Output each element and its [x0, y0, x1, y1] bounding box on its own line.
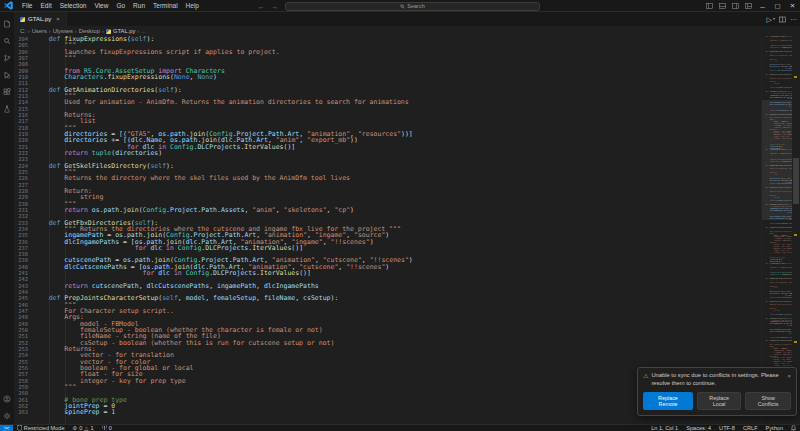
- title-bar: File Edit Selection View Go Run Terminal…: [0, 0, 800, 12]
- breadcrumb-users[interactable]: Users: [32, 28, 47, 34]
- minimap-slider[interactable]: [762, 100, 792, 220]
- menu-edit[interactable]: Edit: [36, 2, 55, 9]
- menu-go[interactable]: Go: [112, 2, 129, 9]
- notification-message: Unable to sync due to conflicts in setti…: [651, 372, 782, 388]
- ports-indicator[interactable]: 0: [98, 425, 116, 431]
- vscode-logo: [4, 1, 13, 10]
- testing-icon[interactable]: [0, 100, 14, 117]
- encoding[interactable]: UTF-8: [715, 425, 739, 431]
- status-bar: >< Restricted Mode ⊘ 0 △ 1 0 Ln 1, Col 1…: [0, 424, 800, 431]
- warnings-icon: △: [84, 425, 88, 431]
- explorer-icon[interactable]: [0, 15, 14, 32]
- indentation[interactable]: Spaces: 4: [682, 425, 715, 431]
- toggle-sidebar-icon[interactable]: [703, 0, 716, 12]
- vscode-window: File Edit Selection View Go Run Terminal…: [0, 0, 800, 431]
- settings-gear-icon[interactable]: [0, 407, 14, 424]
- restricted-mode-badge[interactable]: Restricted Mode: [13, 425, 69, 431]
- problems-indicator[interactable]: ⊘ 0 △ 1: [69, 425, 98, 431]
- split-editor-icon[interactable]: [779, 16, 786, 23]
- breadcrumb-symbol[interactable]: ...: [141, 28, 146, 34]
- tab-label: GTAL.py: [28, 16, 51, 22]
- nav-back-icon[interactable]: ←: [255, 3, 268, 10]
- nav-forward-icon[interactable]: →: [268, 3, 281, 10]
- overview-warning-mark: [794, 76, 797, 78]
- search-placeholder: Search: [407, 3, 424, 9]
- account-icon[interactable]: [0, 390, 14, 407]
- warning-icon: ⚠: [643, 372, 648, 388]
- close-icon[interactable]: ✕: [785, 0, 800, 12]
- notifications-bell-icon[interactable]: [787, 425, 800, 431]
- breadcrumb-drive[interactable]: C:: [20, 28, 26, 34]
- run-python-file-button[interactable]: ▷▾: [767, 16, 775, 23]
- python-file-icon: [20, 17, 25, 22]
- extensions-icon[interactable]: [0, 83, 14, 100]
- toggle-secondary-sidebar-icon[interactable]: [729, 0, 742, 12]
- eol-sequence[interactable]: CRLF: [739, 425, 762, 431]
- code-area[interactable]: def fixupExpressions(self): """ launches…: [33, 36, 761, 424]
- python-file-icon: [106, 29, 111, 34]
- activity-bar: [0, 12, 14, 424]
- menu-bar: File Edit Selection View Go Run Terminal…: [18, 2, 203, 9]
- replace-local-button[interactable]: Replace Local: [697, 392, 741, 410]
- shield-icon: [17, 425, 22, 431]
- tab-close-icon[interactable]: ×: [56, 16, 60, 22]
- indent-guide: [65, 36, 66, 424]
- toggle-panel-icon[interactable]: [716, 0, 729, 12]
- breadcrumb-ulysses[interactable]: Ulysses: [53, 28, 73, 34]
- line-number-gutter[interactable]: 2042052062072082092102112122132142152162…: [14, 36, 33, 424]
- customize-layout-icon[interactable]: [742, 0, 755, 12]
- menu-selection[interactable]: Selection: [56, 2, 91, 9]
- menu-terminal[interactable]: Terminal: [149, 2, 182, 9]
- code-editor[interactable]: 2042052062072082092102112122132142152162…: [14, 36, 800, 424]
- cursor-position[interactable]: Ln 1, Col 1: [647, 425, 682, 431]
- remote-indicator[interactable]: ><: [0, 425, 13, 431]
- search-sidebar-icon[interactable]: [0, 32, 14, 49]
- command-center-search[interactable]: Search: [285, 2, 540, 11]
- notification-toast: ⚠ Unable to sync due to conflicts in set…: [637, 367, 797, 416]
- indent-guide: [49, 36, 50, 424]
- menu-file[interactable]: File: [18, 2, 36, 9]
- menu-help[interactable]: Help: [182, 2, 203, 9]
- source-control-icon[interactable]: [0, 49, 14, 66]
- scrollbar-thumb[interactable]: [793, 158, 799, 204]
- minimize-icon[interactable]: ─: [755, 0, 770, 12]
- maximize-icon[interactable]: ▢: [770, 0, 785, 12]
- radio-tower-icon: [102, 425, 107, 431]
- replace-remote-button[interactable]: Replace Remote: [643, 392, 693, 410]
- search-icon: [400, 4, 405, 9]
- tab-bar: GTAL.py × ▷▾ ⋯: [14, 12, 800, 26]
- language-mode[interactable]: Python: [762, 425, 787, 431]
- menu-run[interactable]: Run: [129, 2, 149, 9]
- breadcrumb-desktop[interactable]: Desktop: [79, 28, 100, 34]
- overview-warning-mark: [794, 234, 797, 236]
- overview-warning-mark: [794, 341, 797, 343]
- editor-scrollbar[interactable]: [792, 36, 800, 424]
- breadcrumb: C:› Users› Ulysses› Desktop› GTAL.py› ..…: [14, 26, 800, 36]
- more-actions-icon[interactable]: ⋯: [790, 16, 797, 23]
- errors-icon: ⊘: [73, 425, 78, 431]
- menu-view[interactable]: View: [90, 2, 112, 9]
- breadcrumb-file[interactable]: GTAL.py: [113, 28, 135, 34]
- notification-close-icon[interactable]: ×: [787, 372, 791, 388]
- run-debug-icon[interactable]: [0, 66, 14, 83]
- minimap[interactable]: def fixupExpressions(self): """ launches…: [761, 36, 792, 424]
- tab-gtal-py[interactable]: GTAL.py ×: [14, 12, 67, 26]
- show-conflicts-button[interactable]: Show Conflicts: [745, 392, 791, 410]
